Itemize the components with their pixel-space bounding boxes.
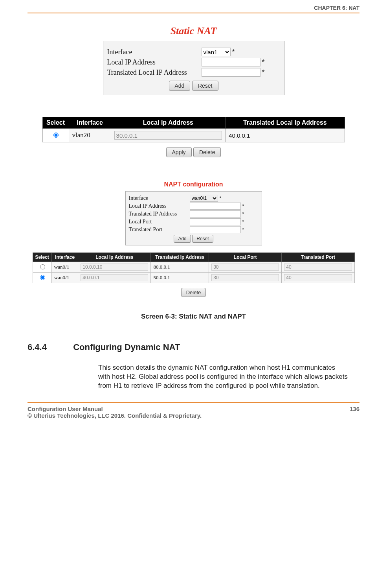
static-add-button[interactable]: Add	[169, 81, 191, 91]
static-reset-button[interactable]: Reset	[192, 81, 218, 91]
required-mark: *	[242, 211, 244, 217]
napt-table: Select Interface Local Ip Address Transl…	[33, 253, 355, 283]
row-select-radio[interactable]	[40, 264, 45, 269]
bottom-divider	[28, 402, 359, 403]
cell-translatedip: 40.0.0.1	[226, 129, 345, 142]
napt-delete-button[interactable]: Delete	[181, 288, 206, 297]
figure-caption: Screen 6-3: Static NAT and NAPT	[28, 313, 359, 321]
napt-localport-input[interactable]	[190, 218, 241, 225]
footer-copyright: © Ulterius Technologies, LLC 2016. Confi…	[28, 412, 202, 419]
napt-col-interface: Interface	[51, 253, 78, 262]
static-translatedip-label: Translated Local IP Address	[107, 68, 202, 77]
required-mark: *	[262, 68, 265, 77]
required-mark: *	[242, 203, 244, 209]
napt-interface-label: Interface	[129, 195, 190, 201]
static-apply-button[interactable]: Apply	[166, 147, 192, 157]
table-row: wan0/150.0.0.1	[33, 273, 354, 283]
napt-col-select: Select	[33, 253, 51, 262]
cell-interface: vlan20	[69, 129, 111, 142]
required-mark: *	[242, 227, 244, 232]
napt-col-localport: Local Port	[209, 253, 282, 262]
cell-translatedip: 80.0.0.1	[151, 262, 209, 273]
cell-translatedport[interactable]	[284, 264, 352, 271]
static-localip-input[interactable]	[202, 58, 260, 66]
cell-localport[interactable]	[211, 274, 279, 281]
footer-page-number: 136	[350, 406, 359, 419]
static-col-translatedip: Translated Local Ip Address	[226, 117, 345, 129]
cell-localip[interactable]	[81, 274, 148, 281]
static-col-select: Select	[42, 117, 69, 129]
napt-localip-input[interactable]	[190, 203, 241, 210]
required-mark: *	[242, 219, 244, 225]
cell-interface: wan0/1	[51, 273, 78, 283]
cell-localip[interactable]	[81, 264, 148, 271]
section-body: This section details the dynamic NAT con…	[98, 363, 348, 391]
napt-translatedip-label: Translated IP Address	[129, 211, 190, 217]
napt-localport-label: Local Port	[129, 219, 190, 225]
cell-translatedport[interactable]	[284, 274, 352, 281]
table-row: vlan2040.0.0.1	[42, 129, 345, 142]
napt-translatedip-input[interactable]	[190, 210, 241, 218]
row-select-radio[interactable]	[40, 275, 45, 280]
footer-title: Configuration User Manual	[28, 406, 202, 412]
napt-interface-select[interactable]: wan0/1	[190, 195, 218, 202]
cell-localip[interactable]	[114, 131, 222, 140]
top-divider	[28, 13, 359, 13]
cell-localport[interactable]	[211, 264, 279, 271]
napt-reset-button[interactable]: Reset	[192, 235, 213, 243]
napt-form: Interface wan0/1 * Local IP Address * Tr…	[125, 191, 262, 245]
napt-add-button[interactable]: Add	[174, 235, 191, 243]
napt-translatedport-label: Translated Port	[129, 227, 190, 233]
row-select-radio[interactable]	[53, 133, 59, 138]
section-title: Configuring Dynamic NAT	[73, 342, 180, 352]
static-nat-form: Interface vlan1 * Local IP Address * Tra…	[103, 41, 284, 95]
cell-translatedip: 50.0.0.1	[151, 273, 209, 283]
table-row: wan0/180.0.0.1	[33, 262, 354, 273]
static-nat-table: Select Interface Local Ip Address Transl…	[42, 117, 345, 142]
static-localip-label: Local IP Address	[107, 58, 202, 66]
static-delete-button[interactable]: Delete	[193, 147, 221, 157]
napt-col-translatedport: Translated Port	[282, 253, 354, 262]
napt-col-localip: Local Ip Address	[78, 253, 151, 262]
chapter-header: CHAPTER 6: NAT	[28, 5, 359, 11]
napt-col-translatedip: Translated Ip Address	[151, 253, 209, 262]
required-mark: *	[220, 195, 222, 201]
static-nat-title: Static NAT	[28, 25, 359, 37]
napt-localip-label: Local IP Address	[129, 203, 190, 209]
napt-title: NAPT configuration	[28, 181, 359, 188]
page-footer: Configuration User Manual © Ulterius Tec…	[28, 406, 359, 419]
section-heading: 6.4.4 Configuring Dynamic NAT	[28, 342, 359, 352]
static-interface-label: Interface	[107, 48, 202, 56]
napt-translatedport-input[interactable]	[190, 226, 241, 233]
required-mark: *	[232, 48, 235, 56]
static-col-localip: Local Ip Address	[111, 117, 226, 129]
static-translatedip-input[interactable]	[202, 68, 260, 77]
static-interface-select[interactable]: vlan1	[202, 48, 231, 56]
cell-interface: wan0/1	[51, 262, 78, 273]
required-mark: *	[262, 58, 265, 66]
static-col-interface: Interface	[69, 117, 111, 129]
section-number: 6.4.4	[28, 342, 71, 352]
